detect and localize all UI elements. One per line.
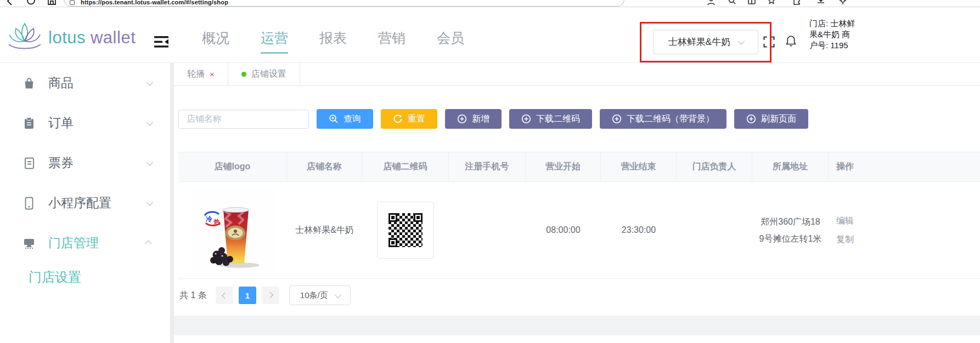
browser-bar: https://pos.tenant.lotus-wallet.com/#/se… bbox=[0, 0, 980, 7]
nav-operations[interactable]: 运营 bbox=[261, 29, 288, 54]
chevron-down-icon bbox=[738, 38, 745, 45]
browser-settings-icon[interactable] bbox=[838, 0, 847, 7]
search-plus-icon bbox=[329, 114, 339, 124]
sidebar-item-products[interactable]: 商品 bbox=[0, 63, 170, 103]
nav-overview[interactable]: 概况 bbox=[202, 29, 229, 54]
plus-circle-icon bbox=[521, 114, 531, 124]
shop-table: 店铺logo 店铺名称 店铺二维码 注册手机号 营业开始 营业结束 门店负责人 … bbox=[178, 152, 980, 279]
plus-circle-icon bbox=[457, 114, 467, 124]
top-nav: 概况 运营 报表 营销 会员 bbox=[202, 29, 464, 54]
address-line1: 郑州360广场18 bbox=[759, 213, 822, 230]
sidebar-item-coupons[interactable]: 票券 bbox=[0, 143, 170, 183]
chevron-down-icon bbox=[147, 119, 154, 126]
actions-cell: 编辑 复制 bbox=[829, 182, 980, 278]
close-icon[interactable] bbox=[210, 70, 215, 78]
open-time-cell: 08:00:00 bbox=[526, 182, 601, 278]
page-background-band bbox=[174, 316, 980, 335]
merchant-info: 门店: 士林鲜果&牛奶 商户号: 1195 bbox=[809, 18, 855, 51]
active-dot-icon bbox=[241, 72, 246, 77]
col-header-shop-qr: 店铺二维码 bbox=[362, 152, 449, 181]
plus-circle-icon bbox=[746, 114, 756, 124]
fullscreen-icon[interactable] bbox=[763, 36, 775, 50]
brand-logo[interactable]: lotuswallet bbox=[7, 21, 136, 54]
pagination: 共 1 条 1 10条/页 bbox=[179, 285, 980, 305]
toolbar: 查询 重置 新增 下载二维码 下载二维码（带背景） 刷新页面 bbox=[178, 109, 980, 129]
plus-circle-icon bbox=[612, 114, 622, 124]
query-button[interactable]: 查询 bbox=[317, 109, 373, 129]
col-header-close-time: 营业结束 bbox=[601, 152, 677, 181]
nav-reports[interactable]: 报表 bbox=[319, 29, 347, 54]
chevron-down-icon bbox=[147, 159, 154, 166]
sidebar-item-miniprogram-config[interactable]: 小程序配置 bbox=[0, 183, 170, 223]
page-number-button[interactable]: 1 bbox=[239, 287, 256, 304]
smartphone-icon bbox=[22, 197, 36, 210]
notification-bell-icon[interactable] bbox=[785, 35, 797, 50]
download-qr-bg-button[interactable]: 下载二维码（带背景） bbox=[600, 109, 726, 129]
browser-download-icon[interactable] bbox=[816, 0, 825, 7]
add-button[interactable]: 新增 bbox=[445, 109, 502, 129]
refresh-page-button[interactable]: 刷新页面 bbox=[734, 109, 808, 129]
phone-cell bbox=[449, 182, 526, 278]
col-header-manager: 门店负责人 bbox=[677, 152, 752, 181]
page-size-select[interactable]: 10条/页 bbox=[289, 285, 351, 305]
app-header: lotuswallet 概况 运营 报表 营销 会员 士林鲜果&牛奶 门店: 士… bbox=[0, 7, 980, 62]
prev-page-button[interactable] bbox=[216, 287, 233, 304]
browser-profile-icon[interactable] bbox=[707, 0, 716, 7]
browser-extension-icon[interactable] bbox=[792, 0, 801, 7]
edit-action[interactable]: 编辑 bbox=[836, 213, 854, 229]
chevron-down-icon bbox=[147, 79, 154, 86]
bag-icon bbox=[22, 77, 36, 90]
col-header-address: 所属地址 bbox=[752, 152, 829, 181]
nav-members[interactable]: 会员 bbox=[437, 29, 464, 54]
page-size-value: 10条/页 bbox=[300, 290, 328, 301]
address-cell: 郑州360广场18 9号摊位左转1米 bbox=[752, 182, 829, 278]
sidebar: 商品 订单 票券 小程序配置 门店管理 门店设置 bbox=[0, 63, 170, 343]
col-header-shop-logo: 店铺logo bbox=[178, 152, 287, 181]
browser-search-icon[interactable] bbox=[728, 0, 736, 7]
col-header-phone: 注册手机号 bbox=[449, 152, 526, 181]
next-page-button[interactable] bbox=[262, 287, 279, 304]
badge-hot-text: 热 bbox=[213, 218, 221, 226]
table-row: 冷 热 士林鲜果&牛奶 08:00:00 23:30:00 bbox=[178, 182, 980, 279]
col-header-shop-name: 店铺名称 bbox=[287, 152, 362, 181]
main-content: 轮播 店铺设置 查询 重置 新增 下载二维码 下载二维码（带背景） bbox=[174, 63, 980, 343]
store-select[interactable]: 士林鲜果&牛奶 bbox=[653, 30, 758, 54]
tab-bar: 轮播 店铺设置 bbox=[174, 63, 980, 86]
nav-marketing[interactable]: 营销 bbox=[378, 29, 405, 54]
brand-name: lotuswallet bbox=[48, 28, 136, 48]
shop-name-input[interactable] bbox=[178, 110, 309, 129]
shop-logo-cell: 冷 热 bbox=[178, 182, 287, 278]
copy-action[interactable]: 复制 bbox=[836, 231, 854, 248]
download-qr-button[interactable]: 下载二维码 bbox=[509, 109, 592, 129]
sidebar-item-orders[interactable]: 订单 bbox=[0, 103, 170, 143]
tab-store-settings[interactable]: 店铺设置 bbox=[228, 63, 300, 85]
sidebar-collapse-icon[interactable] bbox=[154, 36, 169, 50]
pos-terminal-icon bbox=[22, 237, 36, 250]
qr-code-image bbox=[377, 202, 434, 259]
tab-carousel[interactable]: 轮播 bbox=[174, 63, 228, 85]
close-time-cell: 23:30:00 bbox=[601, 182, 677, 278]
table-header-row: 店铺logo 店铺名称 店铺二维码 注册手机号 营业开始 营业结束 门店负责人 … bbox=[178, 152, 980, 182]
manager-cell bbox=[677, 182, 752, 278]
browser-favorite-icon[interactable] bbox=[767, 0, 776, 7]
chevron-left-icon bbox=[222, 293, 228, 299]
chevron-down-icon bbox=[334, 291, 341, 298]
shop-qr-cell bbox=[362, 182, 449, 278]
chevron-down-icon bbox=[147, 199, 154, 206]
site-info-icon[interactable] bbox=[70, 0, 75, 5]
browser-tabs-icon[interactable] bbox=[747, 0, 756, 7]
browser-refresh-icon[interactable] bbox=[26, 0, 36, 7]
sidebar-item-store-management[interactable]: 门店管理 bbox=[0, 223, 170, 263]
clipboard-icon bbox=[22, 117, 36, 130]
document-icon bbox=[22, 157, 36, 170]
shop-logo-image: 冷 热 bbox=[192, 189, 274, 271]
badge-cold-text: 冷 bbox=[206, 215, 213, 223]
refresh-icon bbox=[393, 114, 403, 124]
address-bar[interactable]: https://pos.tenant.lotus-wallet.com/#/se… bbox=[64, 0, 624, 7]
chevron-up-icon bbox=[145, 241, 152, 248]
browser-home-icon[interactable] bbox=[47, 0, 57, 7]
reset-button[interactable]: 重置 bbox=[381, 109, 437, 129]
store-select-value: 士林鲜果&牛奶 bbox=[668, 36, 730, 48]
browser-back-icon[interactable] bbox=[5, 0, 14, 7]
sidebar-item-store-settings[interactable]: 门店设置 bbox=[0, 263, 170, 291]
